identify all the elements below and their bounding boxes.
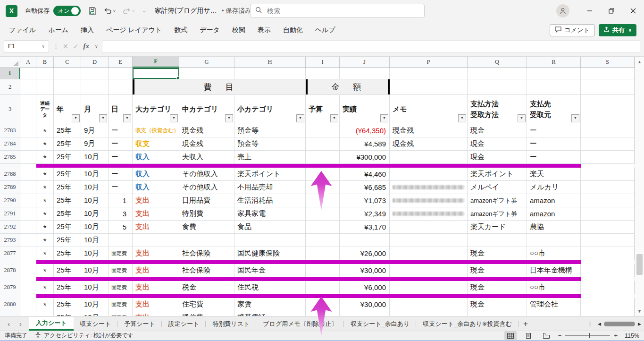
cell-category[interactable]: 支出	[133, 207, 179, 220]
cell-sub-category[interactable]: 楽天ポイント	[234, 168, 306, 180]
filter-button[interactable]: ▼	[458, 114, 466, 122]
cell-C1[interactable]	[54, 68, 81, 79]
cell-category[interactable]: 支出	[133, 311, 179, 316]
cell-year[interactable]: 25年	[54, 234, 81, 247]
cell-series[interactable]: *	[36, 194, 54, 207]
cell-year[interactable]: 25年	[54, 168, 81, 180]
cell-payment-method[interactable]: 楽天カード	[468, 221, 527, 233]
cell-category[interactable]: 支出	[133, 298, 179, 311]
cell-day[interactable]: 1	[109, 194, 133, 207]
cell-payee[interactable]: ー	[527, 124, 581, 137]
column-header-J[interactable]: J	[340, 57, 390, 68]
cell-category[interactable]: 収支	[133, 137, 179, 150]
cell-budget[interactable]	[306, 221, 340, 233]
cell-payee[interactable]: 農協	[527, 221, 581, 233]
cell-sub-category[interactable]	[234, 234, 306, 247]
filter-button[interactable]: ▼	[571, 114, 579, 122]
cell-month[interactable]: 9月	[81, 124, 109, 137]
row-header[interactable]: 2792	[0, 221, 20, 233]
zoom-slider-thumb[interactable]	[589, 333, 590, 338]
filter-button[interactable]: ▼	[330, 114, 338, 122]
cell-E[interactable]	[109, 79, 133, 94]
cell-category[interactable]	[133, 234, 179, 247]
search-input[interactable]	[266, 7, 419, 15]
cell-D1[interactable]	[81, 68, 109, 79]
cell-A[interactable]	[20, 137, 36, 150]
header-G[interactable]: 中カテゴリ▼	[179, 95, 234, 124]
cell-month[interactable]: 10月	[81, 194, 109, 207]
cell-budget[interactable]	[306, 124, 340, 137]
row-header[interactable]	[0, 311, 20, 316]
cell-S[interactable]	[581, 221, 635, 233]
cell-payment-method[interactable]: 現金	[468, 137, 527, 150]
sheet-tab-4[interactable]: 設定シート	[162, 317, 206, 331]
ribbon-tab-挿入[interactable]: 挿入	[75, 23, 100, 38]
cell-R[interactable]	[527, 79, 581, 94]
cancel-entry-icon[interactable]: ✕	[63, 43, 68, 50]
cell-S[interactable]	[581, 311, 635, 316]
header-D[interactable]: 月▼	[81, 95, 109, 124]
cell-memo[interactable]	[390, 181, 468, 194]
ribbon-tab-表示[interactable]: 表示	[251, 23, 277, 38]
cell-payment-method[interactable]: 現金	[468, 124, 527, 137]
new-sheet-button[interactable]: +	[519, 317, 533, 331]
cell-budget[interactable]	[306, 281, 340, 294]
cell-A1[interactable]	[20, 68, 36, 79]
ribbon-tab-ファイル[interactable]: ファイル	[3, 23, 42, 38]
cell-D[interactable]	[81, 79, 109, 94]
sheet-tab-1[interactable]: 入力シート	[29, 317, 74, 331]
next-sheet-icon[interactable]: ›	[19, 320, 22, 328]
cell-mid-category[interactable]: 夫収入	[179, 151, 234, 163]
tab-options-icon[interactable]: ⋮	[587, 320, 593, 327]
filter-button[interactable]: ▼	[170, 114, 178, 122]
cell-series[interactable]: *	[36, 151, 54, 163]
cell-mid-category[interactable]: 日用品費	[179, 194, 234, 207]
cell-month[interactable]: 10月	[81, 181, 109, 194]
cell-sub-category[interactable]: 国民年金	[234, 264, 306, 277]
cell-month[interactable]: 10月	[81, 234, 109, 247]
scroll-up-icon[interactable]: ▲	[635, 57, 644, 67]
cell-payee[interactable]	[527, 234, 581, 247]
row-header[interactable]: 2	[0, 79, 20, 94]
cell-sub-category[interactable]: 家賃	[234, 298, 306, 311]
filter-button[interactable]: ▼	[123, 114, 131, 122]
header-R[interactable]: 支払先 受取元▼	[527, 95, 581, 124]
cell-payee[interactable]: amazon	[527, 207, 581, 220]
cell-payment-method[interactable]: 現金	[468, 151, 527, 163]
cell-actual[interactable]: ¥6,000	[340, 281, 390, 294]
row-header[interactable]: 2791	[0, 207, 20, 220]
share-button[interactable]: 共有 ∨	[599, 24, 636, 36]
cell-category[interactable]: 収入	[133, 181, 179, 194]
cell-S[interactable]	[581, 247, 635, 260]
cell-sub-category[interactable]: 売上	[234, 151, 306, 163]
cell-S[interactable]	[581, 234, 635, 247]
cell-payee[interactable]: メルカリ	[527, 181, 581, 194]
ribbon-tab-数式[interactable]: 数式	[168, 23, 193, 38]
column-header-B[interactable]: B	[36, 57, 54, 68]
cell-day[interactable]: ー	[109, 168, 133, 180]
save-icon[interactable]	[88, 7, 97, 15]
cell-year[interactable]: 25年	[54, 137, 81, 150]
vertical-scroll-thumb[interactable]	[636, 254, 643, 275]
ribbon-tab-ホーム[interactable]: ホーム	[42, 23, 75, 38]
cell-month[interactable]: 10月	[81, 264, 109, 277]
cell-series[interactable]: *	[36, 234, 54, 247]
cell-series[interactable]: *	[36, 124, 54, 137]
cell-day[interactable]: 固定費	[109, 247, 133, 260]
cell-day[interactable]: ー	[109, 181, 133, 194]
sheet-tab-5[interactable]: 特別費リスト	[206, 317, 256, 331]
cell-payee[interactable]: ー	[527, 137, 581, 150]
undo-icon[interactable]: ∨	[103, 7, 116, 15]
column-header-C[interactable]: C	[54, 57, 81, 68]
cell-memo[interactable]: 現金残	[390, 137, 468, 150]
cell-memo[interactable]	[390, 207, 468, 220]
row-header[interactable]: 2880	[0, 298, 20, 311]
page-layout-view-button[interactable]	[522, 331, 535, 340]
cell-budget[interactable]	[306, 264, 340, 277]
cell-payment-method[interactable]	[468, 234, 527, 247]
cell-C[interactable]	[54, 79, 81, 94]
column-header-F[interactable]: F	[133, 57, 179, 68]
cell-Q1[interactable]	[468, 68, 527, 79]
ribbon-tab-データ[interactable]: データ	[193, 23, 226, 38]
cell-mid-category[interactable]: 通信費	[179, 311, 234, 316]
